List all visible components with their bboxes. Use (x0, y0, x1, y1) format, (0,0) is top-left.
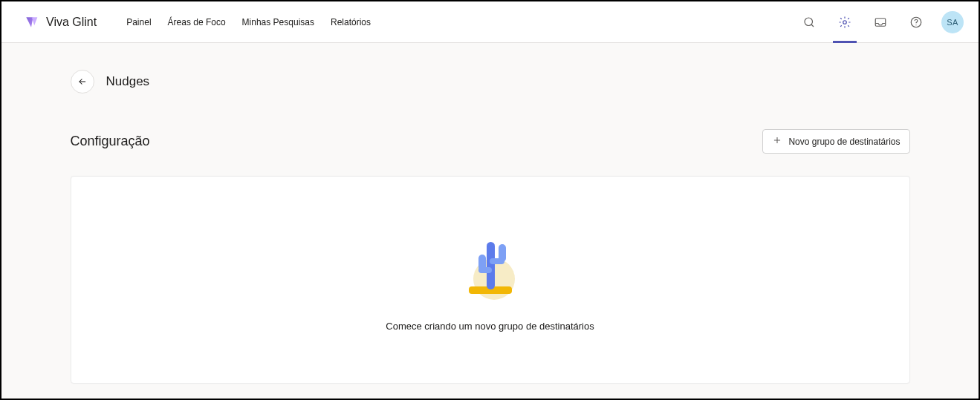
nav-item-areas-foco[interactable]: Áreas de Foco (168, 17, 226, 27)
svg-rect-8 (487, 242, 495, 289)
empty-state-card: Comece criando um novo grupo de destinat… (71, 176, 910, 384)
section-header: Configuração Novo grupo de destinatários (71, 129, 910, 154)
brand-name: Viva Glint (46, 16, 97, 29)
help-icon[interactable] (906, 12, 927, 33)
plus-icon (772, 135, 782, 148)
empty-state-message: Comece criando um novo grupo de destinat… (386, 321, 594, 332)
page-title: Nudges (106, 74, 150, 89)
page-header: Nudges (71, 70, 910, 94)
svg-point-2 (843, 20, 847, 24)
cactus-icon (457, 229, 524, 303)
settings-icon[interactable] (834, 12, 855, 33)
section-title: Configuração (71, 134, 150, 149)
svg-line-1 (811, 24, 814, 27)
svg-point-5 (915, 24, 916, 25)
inbox-icon[interactable] (870, 12, 891, 33)
new-group-label: Novo grupo de destinatários (788, 137, 900, 147)
nav-items: Painel Áreas de Foco Minhas Pesquisas Re… (126, 17, 371, 27)
back-button[interactable] (71, 70, 94, 94)
page-body: Nudges Configuração Novo grupo de destin… (1, 43, 979, 399)
nav-item-relatorios[interactable]: Relatórios (331, 17, 371, 27)
nav-item-minhas-pesquisas[interactable]: Minhas Pesquisas (242, 17, 314, 27)
nav-item-painel[interactable]: Painel (126, 17, 151, 27)
nav-right: SA (799, 11, 964, 33)
search-icon[interactable] (799, 12, 820, 33)
svg-rect-9 (478, 267, 492, 273)
new-group-button[interactable]: Novo grupo de destinatários (762, 129, 909, 154)
brand-logo-icon (24, 15, 39, 30)
top-nav: Viva Glint Painel Áreas de Foco Minhas P… (1, 1, 979, 43)
svg-rect-10 (490, 258, 504, 264)
svg-point-0 (805, 18, 813, 26)
brand[interactable]: Viva Glint (24, 15, 97, 30)
avatar[interactable]: SA (941, 11, 964, 33)
